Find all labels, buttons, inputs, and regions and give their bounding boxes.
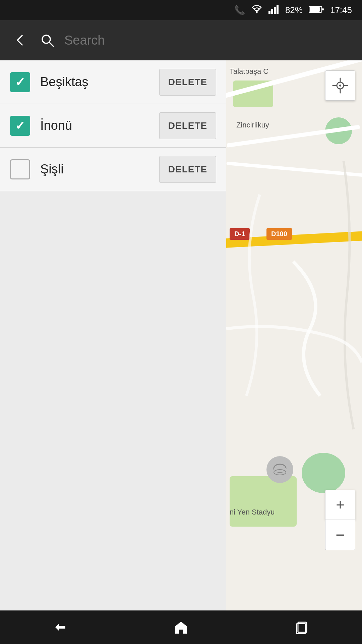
search-icon <box>40 33 54 47</box>
app-bar <box>0 20 362 60</box>
wifi-icon <box>251 4 262 16</box>
zoom-out-button[interactable]: − <box>325 520 355 550</box>
map-panel: D-1 D100 Talatpaşa C Zincirli <box>226 60 362 610</box>
main-content: Beşiktaş DELETE İnonü DELETE Şişli DELET… <box>0 60 362 610</box>
list-item: Şişli DELETE <box>0 148 226 191</box>
search-input[interactable] <box>64 33 352 48</box>
status-bar: 📞 82% 17:45 <box>0 0 362 20</box>
item-label-inonü: İnonü <box>40 118 159 133</box>
map-label-zincirlikuyu: Zincirlikuy <box>236 121 269 129</box>
list-item: İnonü DELETE <box>0 104 226 148</box>
list-item: Beşiktaş DELETE <box>0 60 226 104</box>
clock: 17:45 <box>330 5 352 15</box>
svg-rect-6 <box>310 7 320 12</box>
nav-back-button[interactable] <box>42 615 79 639</box>
locate-button[interactable] <box>325 70 355 101</box>
zoom-in-button[interactable]: + <box>325 490 355 520</box>
nav-home-button[interactable] <box>163 615 199 639</box>
delete-button-besiktas[interactable]: DELETE <box>159 69 216 96</box>
svg-rect-2 <box>271 9 273 14</box>
svg-rect-4 <box>277 5 279 14</box>
item-label-sisli: Şişli <box>40 162 159 176</box>
map-label-talatpasa: Talatpaşa C <box>230 67 268 76</box>
nav-bar <box>0 610 362 644</box>
svg-rect-7 <box>322 8 324 10</box>
zoom-controls: + − <box>325 490 355 550</box>
battery-icon <box>309 5 324 15</box>
delete-button-inonü[interactable]: DELETE <box>159 112 216 139</box>
map-label-stadium: ni Yen Stadyu <box>230 508 275 517</box>
checkbox-besiktas[interactable] <box>10 72 30 92</box>
checkbox-inonü[interactable] <box>10 116 30 136</box>
phone-icon: 📞 <box>234 5 245 15</box>
delete-button-sisli[interactable]: DELETE <box>159 156 216 183</box>
svg-rect-3 <box>274 7 276 14</box>
map-background: D-1 D100 Talatpaşa C Zincirli <box>226 60 362 610</box>
svg-point-0 <box>256 11 257 13</box>
checkbox-sisli[interactable] <box>10 159 30 179</box>
list-panel: Beşiktaş DELETE İnonü DELETE Şişli DELET… <box>0 60 226 610</box>
back-button[interactable] <box>10 30 30 50</box>
svg-rect-1 <box>268 11 270 14</box>
svg-line-9 <box>49 42 53 46</box>
item-label-besiktas: Beşiktaş <box>40 75 159 89</box>
svg-point-18 <box>339 85 341 87</box>
battery-percentage: 82% <box>285 5 303 15</box>
nav-recent-button[interactable] <box>283 615 320 639</box>
stadium-icon <box>266 456 293 483</box>
signal-icon <box>268 4 279 16</box>
